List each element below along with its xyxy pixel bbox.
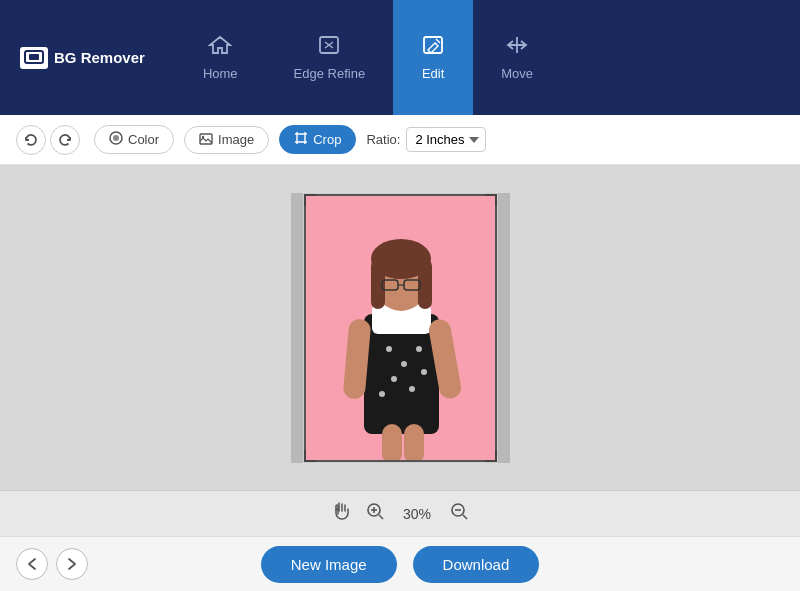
ratio-select: Ratio: 2 Inches 1:1 4:3 16:9 Free [366,127,486,152]
image-background [303,193,498,463]
nav-items: Home Edge Refine Edit [175,0,561,115]
crop-label: Crop [313,132,341,147]
svg-rect-1 [29,54,39,60]
crop-icon [294,131,308,148]
prev-button[interactable] [16,548,48,580]
undo-redo-group [16,125,80,155]
new-image-button[interactable]: New Image [261,546,397,583]
logo-icon [20,47,48,69]
shadow-right [498,193,510,463]
bottom-bar: New Image Download [0,536,800,591]
nav-item-home[interactable]: Home [175,0,266,115]
nav-bar: BG Remover Home Edge Refine [0,0,800,115]
main-wrapper: Color Image [0,115,800,591]
pan-icon[interactable] [332,501,352,526]
move-icon [505,34,529,60]
crop-button[interactable]: Crop [279,125,356,154]
zoom-in-icon[interactable] [366,502,384,525]
nav-item-edge-refine[interactable]: Edge Refine [266,0,394,115]
app-title: BG Remover [54,49,145,66]
nav-item-move[interactable]: Move [473,0,561,115]
image-button[interactable]: Image [184,126,269,154]
nav-home-label: Home [203,66,238,81]
edge-refine-icon [317,34,341,60]
image-icon [199,132,213,148]
shadow-left [291,193,303,463]
home-icon [208,34,232,60]
color-label: Color [128,132,159,147]
edit-icon [421,34,445,60]
zoom-bar: 30% [0,490,800,536]
nav-item-edit[interactable]: Edit [393,0,473,115]
ratio-dropdown[interactable]: 2 Inches 1:1 4:3 16:9 Free [406,127,486,152]
nav-edit-label: Edit [422,66,444,81]
download-button[interactable]: Download [413,546,540,583]
nav-move-label: Move [501,66,533,81]
ratio-label: Ratio: [366,132,400,147]
zoom-out-icon[interactable] [450,502,468,525]
undo-button[interactable] [16,125,46,155]
nav-edge-refine-label: Edge Refine [294,66,366,81]
svg-rect-8 [297,134,305,142]
svg-line-40 [379,515,383,519]
image-container [303,193,498,463]
image-label: Image [218,132,254,147]
crop-overlay [304,194,497,462]
redo-button[interactable] [50,125,80,155]
svg-line-43 [463,515,467,519]
crop-handle-tr[interactable] [485,194,497,206]
svg-point-7 [202,135,204,137]
zoom-percent: 30% [398,506,436,522]
canvas-area [0,165,800,490]
color-button[interactable]: Color [94,125,174,154]
crop-handle-bl[interactable] [304,450,316,462]
download-label: Download [443,556,510,573]
crop-handle-br[interactable] [485,450,497,462]
crop-handle-tl[interactable] [304,194,316,206]
new-image-label: New Image [291,556,367,573]
svg-point-5 [113,135,119,141]
nav-arrows [16,548,88,580]
next-button[interactable] [56,548,88,580]
color-icon [109,131,123,148]
toolbar: Color Image [0,115,800,165]
app-logo: BG Remover [20,47,145,69]
